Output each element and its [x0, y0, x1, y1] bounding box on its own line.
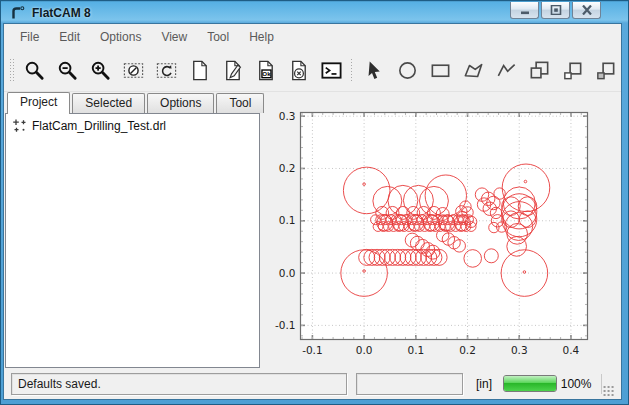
tab-bar: ProjectSelectedOptionsTool	[4, 92, 262, 113]
add-circle-button[interactable]	[392, 55, 423, 86]
new-file-button[interactable]	[184, 55, 215, 86]
add-path-button[interactable]	[491, 55, 522, 86]
shell-icon	[320, 59, 343, 82]
add-path-icon	[495, 59, 518, 82]
tree-item[interactable]: FlatCam_Drilling_Test.drl	[6, 114, 259, 135]
shell-button[interactable]	[316, 55, 347, 86]
zoom-in-button[interactable]	[85, 55, 116, 86]
toolbar-grip[interactable]	[9, 58, 14, 82]
select-icon	[363, 59, 386, 82]
y-tick-label: 0.3	[279, 110, 296, 122]
x-tick-label: 0.3	[511, 344, 528, 356]
zoom-out-icon	[56, 59, 79, 82]
side-panel: ProjectSelectedOptionsTool FlatCam_Drill…	[4, 92, 262, 368]
duplicate-objects-icon	[594, 59, 617, 82]
x-tick-label: 0.1	[407, 344, 424, 356]
status-secondary-field	[356, 373, 464, 395]
move-objects-icon	[561, 59, 584, 82]
copy-objects-button[interactable]	[524, 55, 555, 86]
close-button[interactable]	[572, 2, 601, 19]
add-polygon-button[interactable]	[458, 55, 489, 86]
axes-background	[301, 113, 588, 340]
add-circle-icon	[396, 59, 419, 82]
new-file-icon	[188, 59, 211, 82]
cancel-file-button[interactable]	[283, 55, 314, 86]
maximize-button[interactable]	[541, 2, 570, 19]
main-area: ProjectSelectedOptionsTool FlatCam_Drill…	[4, 92, 621, 368]
window-controls	[510, 2, 601, 19]
zoom-fit-button[interactable]	[19, 55, 50, 86]
select-button[interactable]	[359, 55, 390, 86]
client-area: FileEditOptionsViewToolHelp Ok ProjectSe…	[4, 24, 621, 399]
drill-marks-icon	[12, 118, 27, 133]
cancel-file-icon	[287, 59, 310, 82]
copy-objects-icon	[528, 59, 551, 82]
tree-item-label: FlatCam_Drilling_Test.drl	[32, 119, 166, 133]
x-tick-label: 0.4	[563, 344, 580, 356]
clear-plot-icon	[122, 59, 145, 82]
zoom-out-button[interactable]	[52, 55, 83, 86]
menu-edit[interactable]: Edit	[49, 26, 90, 48]
progress-bar	[503, 375, 557, 392]
plot-area: -0.10.00.10.20.30.40.30.20.10.0-0.1	[262, 92, 621, 368]
progress-fill	[504, 376, 556, 391]
clear-plot-button[interactable]	[118, 55, 149, 86]
tab-project[interactable]: Project	[7, 92, 70, 114]
toolbar-group-2	[359, 55, 621, 86]
add-polygon-icon	[462, 59, 485, 82]
resize-grip[interactable]	[602, 384, 615, 397]
units-label: [in]	[472, 377, 495, 391]
toolbar-group-1: Ok	[19, 55, 347, 86]
y-tick-label: -0.1	[275, 319, 296, 331]
edit-file-button[interactable]	[217, 55, 248, 86]
tab-selected[interactable]: Selected	[72, 93, 145, 113]
x-tick-label: 0.2	[459, 344, 476, 356]
add-rectangle-icon	[429, 59, 452, 82]
minimize-icon	[519, 5, 531, 15]
minimize-button[interactable]	[510, 2, 539, 19]
plot-canvas[interactable]: -0.10.00.10.20.30.40.30.20.10.0-0.1	[262, 92, 621, 368]
project-tree[interactable]: FlatCam_Drilling_Test.drl	[5, 113, 260, 368]
add-rectangle-button[interactable]	[425, 55, 456, 86]
tool-bar: Ok	[4, 49, 621, 92]
y-tick-label: 0.0	[279, 267, 296, 279]
zoom-in-icon	[89, 59, 112, 82]
zoom-fit-icon	[23, 59, 46, 82]
status-message: Defaults saved.	[11, 373, 347, 395]
menu-bar: FileEditOptionsViewToolHelp	[4, 24, 621, 49]
replot-button[interactable]	[151, 55, 182, 86]
window-title: FlatCAM 8	[32, 6, 91, 20]
menu-options[interactable]: Options	[90, 26, 151, 48]
maximize-icon	[550, 5, 562, 15]
x-tick-label: -0.1	[302, 344, 323, 356]
edit-file-icon	[221, 59, 244, 82]
flatcam-logo-icon	[10, 5, 26, 21]
accept-file-icon: Ok	[254, 59, 277, 82]
replot-icon	[155, 59, 178, 82]
progress-percent: 100%	[561, 377, 592, 391]
move-objects-button[interactable]	[557, 55, 588, 86]
status-bar: Defaults saved. [in] 100%	[4, 368, 621, 399]
accept-file-button[interactable]: Ok	[250, 55, 281, 86]
close-icon	[581, 5, 593, 15]
tab-options[interactable]: Options	[147, 93, 214, 113]
menu-view[interactable]: View	[151, 26, 197, 48]
y-tick-label: 0.1	[279, 214, 296, 226]
menu-tool[interactable]: Tool	[197, 26, 239, 48]
title-bar[interactable]: FlatCAM 8	[4, 2, 621, 24]
duplicate-objects-button[interactable]	[590, 55, 621, 86]
menu-file[interactable]: File	[10, 26, 49, 48]
menu-help[interactable]: Help	[239, 26, 284, 48]
x-tick-label: 0.0	[356, 344, 373, 356]
tab-tool[interactable]: Tool	[216, 93, 264, 113]
app-window: FlatCAM 8 FileEditOptionsViewToolHelp Ok…	[0, 0, 629, 405]
svg-text:Ok: Ok	[262, 70, 271, 77]
y-tick-label: 0.2	[279, 162, 296, 174]
toolbar-grip[interactable]	[350, 58, 355, 82]
